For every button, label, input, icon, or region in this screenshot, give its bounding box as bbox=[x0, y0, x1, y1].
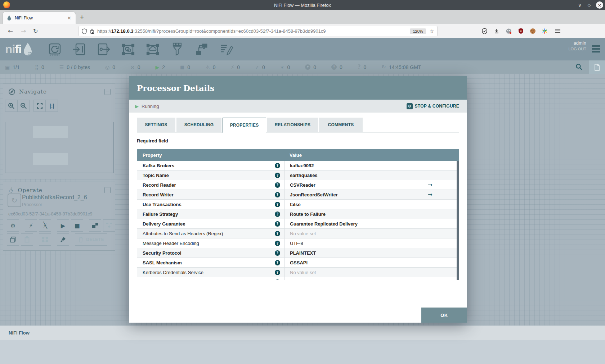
nifi-logo: nifi bbox=[5, 42, 48, 56]
property-row: Message Header Encoding ? UTF-8 bbox=[137, 238, 459, 248]
help-icon[interactable]: ? bbox=[275, 182, 280, 188]
property-name: Attributes to Send as Headers (Regex) bbox=[143, 231, 223, 236]
property-cell: Attributes to Send as Headers (Regex) ? bbox=[137, 229, 284, 238]
processor-palette-icon[interactable] bbox=[48, 42, 62, 56]
help-icon[interactable]: ? bbox=[275, 270, 280, 275]
screen: NiFi Flow — Mozilla Firefox ∨ ◇ × NiFi F… bbox=[0, 0, 605, 364]
zoom-level-badge[interactable]: 120% bbox=[410, 28, 426, 34]
zoom-in-button[interactable] bbox=[5, 100, 17, 112]
tab-settings[interactable]: SETTINGS bbox=[137, 118, 175, 132]
property-value: earthquakes bbox=[290, 173, 318, 178]
selected-component-id: ec60cd03-52f7-341a-8458-97b3dd9901c9 bbox=[8, 211, 93, 217]
label-palette-icon[interactable] bbox=[219, 42, 233, 56]
help-icon[interactable]: ? bbox=[275, 163, 280, 168]
menu-hamburger-icon[interactable] bbox=[553, 24, 563, 38]
color-button[interactable] bbox=[57, 233, 69, 246]
action-cell bbox=[422, 248, 457, 258]
property-name: SASL Mechanism bbox=[143, 260, 182, 265]
copy-button[interactable] bbox=[7, 233, 19, 246]
browser-tab[interactable]: NiFi Flow × bbox=[3, 12, 76, 24]
back-button[interactable]: ← bbox=[8, 24, 13, 38]
delete-button[interactable]: DELETE bbox=[75, 233, 107, 246]
collapse-navigate-icon[interactable]: − bbox=[104, 89, 111, 95]
upload-template-button[interactable] bbox=[103, 219, 115, 232]
ok-button[interactable]: OK bbox=[421, 308, 467, 323]
refresh-time: 14:45:08 GMT bbox=[389, 64, 421, 70]
collapse-operate-icon[interactable]: − bbox=[104, 187, 111, 193]
go-to-service-icon[interactable]: → bbox=[428, 191, 433, 198]
help-icon[interactable]: ? bbox=[275, 221, 280, 227]
queued-icon: ☰ bbox=[59, 65, 64, 70]
mask-extension-icon[interactable] bbox=[504, 24, 513, 38]
zoom-out-button[interactable] bbox=[17, 100, 30, 112]
search-icon[interactable] bbox=[575, 63, 583, 70]
required-field-note: Required field bbox=[137, 138, 168, 144]
property-value: No value set bbox=[290, 231, 316, 236]
zoom-actual-button[interactable]: |:| bbox=[46, 100, 58, 112]
status-sync-failure-count: 0 bbox=[364, 64, 367, 70]
input-port-palette-icon[interactable] bbox=[72, 42, 86, 56]
ublock-icon[interactable]: u bbox=[516, 24, 525, 38]
stop-and-configure-button[interactable]: ⚙ STOP & CONFIGURE bbox=[407, 100, 459, 113]
action-cell bbox=[422, 268, 457, 277]
help-icon[interactable]: ? bbox=[275, 173, 280, 178]
logout-link[interactable]: LOG OUT bbox=[568, 47, 586, 51]
breadcrumb[interactable]: NiFi Flow bbox=[9, 330, 30, 336]
go-to-service-icon[interactable]: → bbox=[428, 182, 433, 188]
bookmark-star-icon[interactable]: ☆ bbox=[430, 28, 434, 35]
window-maximize-button[interactable]: ◇ bbox=[585, 0, 593, 10]
start-button[interactable]: ▶ bbox=[57, 219, 69, 232]
svg-text:u: u bbox=[520, 29, 521, 32]
paste-button[interactable] bbox=[21, 233, 33, 246]
tab-relationships[interactable]: RELATIONSHIPS bbox=[267, 118, 318, 132]
tab-properties[interactable]: PROPERTIES bbox=[223, 118, 266, 133]
help-icon[interactable]: ? bbox=[275, 211, 280, 217]
birdseye-map[interactable] bbox=[5, 122, 114, 173]
forward-button[interactable]: → bbox=[21, 24, 26, 38]
shield-check-icon[interactable] bbox=[480, 24, 489, 38]
reload-button[interactable]: ↻ bbox=[33, 24, 38, 38]
help-icon[interactable]: ? bbox=[275, 231, 280, 236]
sidebar-toggle-button[interactable] bbox=[589, 60, 605, 74]
shield-icon[interactable] bbox=[82, 28, 87, 34]
delete-label: DELETE bbox=[86, 237, 104, 242]
lock-warning-icon[interactable] bbox=[90, 28, 94, 34]
new-tab-button[interactable]: + bbox=[80, 14, 84, 21]
help-icon[interactable]: ? bbox=[275, 202, 280, 207]
global-menu-icon[interactable] bbox=[592, 45, 600, 51]
group-button[interactable] bbox=[39, 233, 51, 246]
operate-panel: ☞ Operate − ↻ PublishKafkaRecord_2_6 Pro… bbox=[3, 182, 115, 251]
tab-close-icon[interactable]: × bbox=[67, 15, 72, 21]
tab-scheduling[interactable]: SCHEDULING bbox=[176, 118, 221, 132]
stop-button[interactable]: ■ bbox=[71, 219, 83, 232]
status-sync-failure: ?0 bbox=[358, 64, 367, 70]
zoom-fit-button[interactable] bbox=[33, 100, 46, 112]
window-close-button[interactable]: × bbox=[596, 1, 603, 9]
template-palette-icon[interactable] bbox=[194, 42, 209, 56]
remote-process-group-palette-icon[interactable] bbox=[145, 42, 160, 56]
value-cell: No value set bbox=[284, 277, 422, 280]
pinwheel-extension-icon[interactable] bbox=[540, 24, 549, 38]
window-titlebar: NiFi Flow — Mozilla Firefox ∨ ◇ × bbox=[0, 0, 605, 10]
url-scheme: https:// bbox=[97, 28, 111, 34]
tab-comments[interactable]: COMMENTS bbox=[319, 118, 363, 132]
downloads-icon[interactable] bbox=[492, 24, 501, 38]
table-scrollbar[interactable] bbox=[457, 161, 459, 280]
window-minimize-button[interactable]: ∨ bbox=[575, 0, 584, 10]
enable-button[interactable]: ⚡ bbox=[25, 219, 37, 232]
configuration-button[interactable]: ⚙ bbox=[7, 219, 19, 232]
funnel-palette-icon[interactable] bbox=[170, 42, 184, 56]
window-title: NiFi Flow — Mozilla Firefox bbox=[0, 3, 605, 8]
disable-button[interactable]: ⚡╲ bbox=[39, 219, 51, 232]
help-icon[interactable]: ? bbox=[275, 279, 280, 280]
help-icon[interactable]: ? bbox=[275, 250, 280, 256]
help-icon[interactable]: ? bbox=[275, 192, 280, 197]
help-icon[interactable]: ? bbox=[275, 241, 280, 246]
help-icon[interactable]: ? bbox=[275, 260, 280, 265]
output-port-palette-icon[interactable] bbox=[97, 42, 111, 56]
create-template-button[interactable] bbox=[89, 219, 101, 232]
refresh-icon[interactable]: ↻ bbox=[381, 64, 386, 70]
address-bar[interactable]: https://172.18.0.3:32558/nifi/?processGr… bbox=[79, 26, 438, 36]
cookie-extension-icon[interactable] bbox=[528, 24, 537, 38]
process-group-palette-icon[interactable] bbox=[121, 42, 135, 56]
